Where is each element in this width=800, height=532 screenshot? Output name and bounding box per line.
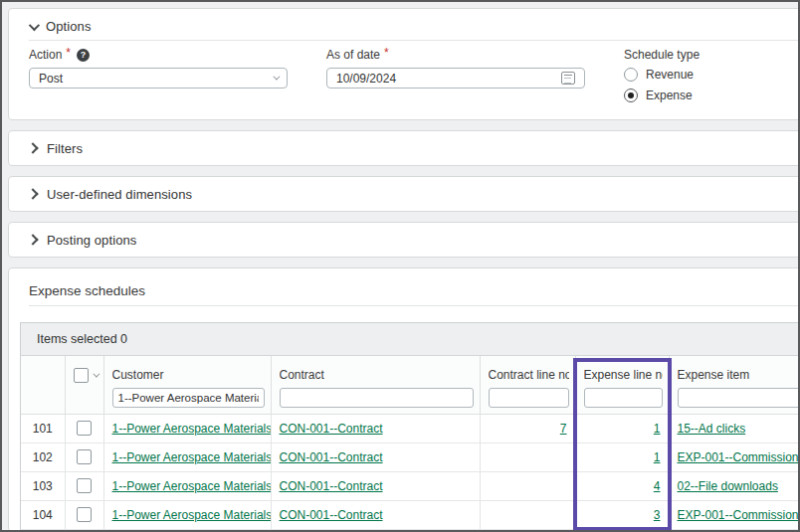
contract-line-no-filter-input[interactable] [489, 388, 569, 408]
action-select-value: Post [39, 72, 63, 86]
table-row: 103 1--Power Aerospace Materials CON-001… [21, 471, 800, 500]
required-asterisk: * [66, 46, 71, 60]
customer-link[interactable]: 1--Power Aerospace Materials [112, 450, 272, 464]
expense-item-link[interactable]: 02--File downloads [678, 479, 778, 493]
contract-link[interactable]: CON-001--Contract [280, 422, 383, 436]
schedule-type-label: Schedule type [624, 48, 700, 62]
row-checkbox-cell [65, 414, 103, 443]
user-defined-dimensions-title: User-defined dimensions [47, 187, 192, 202]
as-of-date-value: 10/09/2024 [336, 72, 396, 86]
action-select[interactable]: Post [29, 68, 288, 89]
expense-item-link[interactable]: 15--Ad clicks [678, 422, 746, 436]
contract-line-no-column-label: Contract line no. [489, 368, 569, 382]
action-label-text: Action [29, 48, 62, 62]
expense-line-no-column-label: Expense line no. [584, 368, 663, 382]
as-of-date-label-text: As of date [326, 48, 380, 62]
table-row: 102 1--Power Aerospace Materials CON-001… [21, 443, 800, 471]
expense-schedules-section: Expense schedules Items selected 0 [8, 267, 800, 532]
chevron-right-icon [27, 188, 38, 199]
chevron-down-icon [29, 19, 40, 30]
select-all-checkbox[interactable] [74, 368, 89, 383]
posting-options-section[interactable]: Posting options [8, 222, 800, 258]
expense-schedules-table: Items selected 0 [20, 322, 800, 531]
filters-section-title: Filters [47, 141, 83, 156]
customer-column-label: Customer [112, 368, 265, 382]
as-of-date-input[interactable]: 10/09/2024 [326, 68, 585, 89]
expense-line-no-link[interactable]: 3 [654, 508, 661, 522]
expense-item-column-header: Expense item [669, 356, 800, 414]
chevron-down-icon [273, 74, 280, 81]
row-number: 102 [21, 443, 65, 471]
as-of-date-label: As of date * [326, 48, 585, 62]
contract-column-header: Contract [271, 356, 480, 414]
radio-option-expense[interactable]: Expense [624, 89, 700, 102]
required-asterisk: * [384, 46, 389, 60]
expense-schedules-title: Expense schedules [9, 268, 800, 305]
customer-link[interactable]: 1--Power Aerospace Materials [112, 422, 272, 436]
radio-unselected-icon[interactable] [624, 68, 638, 82]
table-header-row: Customer Contract Contract line no. [21, 356, 800, 414]
row-number: 103 [21, 471, 65, 500]
options-fields: Action * ? Post As of date * 1 [9, 41, 800, 109]
filters-section[interactable]: Filters [8, 130, 800, 166]
chevron-down-icon[interactable] [93, 371, 100, 378]
calendar-icon[interactable] [561, 72, 575, 85]
table-row: 101 1--Power Aerospace Materials CON-001… [21, 414, 800, 443]
options-section-title: Options [46, 19, 92, 34]
as-of-date-field: As of date * 10/09/2024 [326, 48, 585, 109]
row-checkbox[interactable] [77, 449, 92, 464]
contract-column-label: Contract [280, 368, 474, 382]
schedule-type-radio-group: Revenue Expense [624, 68, 700, 109]
table-row: 104 1--Power Aerospace Materials CON-001… [21, 500, 800, 529]
row-checkbox[interactable] [77, 478, 92, 493]
items-selected-text: Items selected 0 [37, 332, 127, 346]
radio-label-revenue: Revenue [646, 68, 694, 82]
row-checkbox[interactable] [77, 421, 92, 436]
action-label: Action * ? [29, 48, 288, 62]
row-number: 101 [21, 414, 65, 443]
select-all-header [65, 356, 103, 414]
screenshot-frame: Options Action * ? Post [0, 0, 800, 532]
radio-label-expense: Expense [646, 89, 693, 102]
row-checkbox[interactable] [77, 507, 92, 522]
expense-line-no-filter-input[interactable] [584, 388, 663, 408]
items-selected-bar: Items selected 0 [21, 323, 800, 356]
schedule-type-field: Schedule type Revenue Expense [624, 48, 700, 109]
row-checkbox-cell [65, 500, 103, 529]
expense-line-no-link[interactable]: 4 [654, 479, 661, 493]
action-field: Action * ? Post [29, 48, 288, 109]
contract-line-no-column-header: Contract line no. [480, 356, 575, 414]
contract-link[interactable]: CON-001--Contract [280, 479, 383, 493]
radio-option-revenue[interactable]: Revenue [624, 68, 700, 82]
schedules-grid: Customer Contract Contract line no. [21, 356, 800, 530]
row-number-header [21, 356, 65, 414]
expense-line-no-column-header: Expense line no. [575, 356, 669, 414]
help-icon[interactable]: ? [77, 49, 90, 62]
customer-link[interactable]: 1--Power Aerospace Materials [112, 479, 272, 493]
radio-selected-icon[interactable] [624, 89, 638, 102]
expense-item-link[interactable]: EXP-001--Commissions [678, 450, 800, 464]
row-checkbox-cell [65, 471, 103, 500]
chevron-right-icon [27, 142, 38, 153]
contract-link[interactable]: CON-001--Contract [280, 508, 383, 522]
contract-line-no-link[interactable]: 7 [560, 422, 567, 436]
customer-link[interactable]: 1--Power Aerospace Materials [112, 508, 272, 522]
row-number: 104 [21, 500, 65, 529]
chevron-right-icon [27, 234, 38, 245]
options-section-header[interactable]: Options [9, 9, 800, 40]
expense-schedules-divider [29, 305, 800, 306]
schedule-type-label-text: Schedule type [624, 48, 700, 62]
contract-link[interactable]: CON-001--Contract [280, 450, 383, 464]
page: Options Action * ? Post [2, 2, 798, 532]
expense-item-filter-input[interactable] [678, 388, 800, 408]
expense-line-no-link[interactable]: 1 [654, 422, 661, 436]
customer-filter-input[interactable] [112, 388, 265, 408]
expense-item-link[interactable]: EXP-001--Commissions [678, 508, 800, 522]
contract-filter-input[interactable] [280, 388, 474, 408]
options-section: Options Action * ? Post [8, 8, 800, 120]
expense-line-no-link[interactable]: 1 [654, 450, 661, 464]
user-defined-dimensions-section[interactable]: User-defined dimensions [8, 176, 800, 212]
row-checkbox-cell [65, 443, 103, 471]
posting-options-title: Posting options [47, 233, 136, 248]
customer-column-header: Customer [103, 356, 271, 414]
